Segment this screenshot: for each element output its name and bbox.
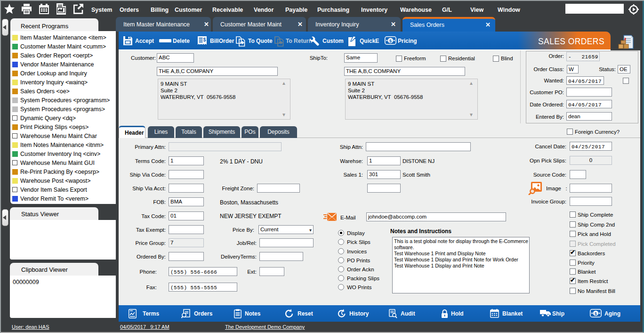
svg-text:$: $	[389, 38, 392, 43]
svg-text:$: $	[203, 37, 206, 42]
svg-text:$: $	[595, 311, 597, 316]
